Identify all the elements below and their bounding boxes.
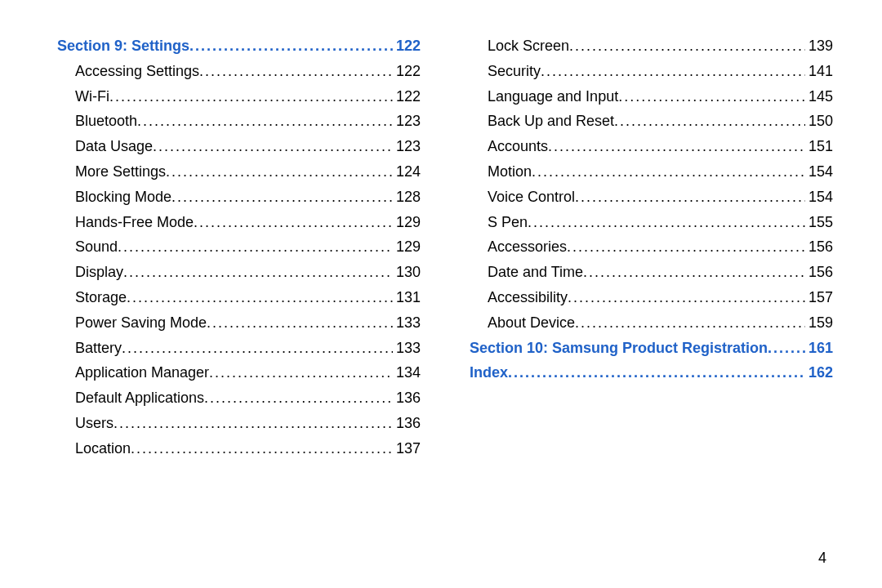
toc-page-number: 122 xyxy=(393,34,421,58)
toc-leader-dots xyxy=(508,361,805,385)
toc-item-row[interactable]: Accessories 156 xyxy=(470,235,833,259)
toc-item-row[interactable]: Voice Control 154 xyxy=(470,185,833,209)
toc-leader-dots xyxy=(568,286,805,310)
toc-item-row[interactable]: Blocking Mode 128 xyxy=(57,185,421,209)
toc-leader-dots xyxy=(114,412,393,435)
toc-item-row[interactable]: S Pen 155 xyxy=(470,211,833,234)
toc-item-row[interactable]: Accounts 151 xyxy=(470,135,833,158)
toc-page-number: 150 xyxy=(805,109,833,133)
toc-label: S Pen xyxy=(488,211,528,234)
toc-leader-dots xyxy=(189,34,393,58)
toc-label: Power Saving Mode xyxy=(75,311,207,335)
toc-label: Users xyxy=(75,412,114,435)
toc-left-column: Section 9: Settings 122Accessing Setting… xyxy=(57,33,421,564)
toc-item-row[interactable]: Accessing Settings 122 xyxy=(57,60,421,83)
toc-label: Location xyxy=(75,437,131,461)
toc-leader-dots xyxy=(131,437,393,461)
page-number: 4 xyxy=(818,550,826,567)
toc-item-row[interactable]: Bluetooth 123 xyxy=(57,109,421,133)
toc-item-row[interactable]: Battery 133 xyxy=(57,336,421,360)
toc-page-number: 162 xyxy=(805,361,833,385)
toc-item-row[interactable]: Date and Time 156 xyxy=(470,261,833,284)
toc-page-number: 136 xyxy=(393,386,421,410)
toc-leader-dots xyxy=(137,109,393,133)
toc-page-number: 141 xyxy=(805,60,833,83)
toc-page-number: 124 xyxy=(393,160,421,184)
toc-page-number: 131 xyxy=(393,286,421,310)
toc-leader-dots xyxy=(123,261,393,284)
toc-item-row[interactable]: Accessibility 157 xyxy=(470,286,833,310)
toc-label: Display xyxy=(75,261,123,284)
toc-label: Hands-Free Mode xyxy=(75,211,194,234)
toc-label: Storage xyxy=(75,286,127,310)
toc-label: Accessibility xyxy=(488,286,568,310)
toc-item-row[interactable]: Hands-Free Mode 129 xyxy=(57,211,421,234)
toc-label: Section 9: Settings xyxy=(57,34,189,58)
toc-label: Security xyxy=(488,60,541,83)
toc-leader-dots xyxy=(166,160,393,184)
toc-label: Wi-Fi xyxy=(75,85,109,109)
toc-label: Bluetooth xyxy=(75,109,137,133)
toc-item-row[interactable]: Location 137 xyxy=(57,437,421,461)
toc-item-row[interactable]: Display 130 xyxy=(57,261,421,284)
toc-section-row[interactable]: Index 162 xyxy=(470,361,833,385)
toc-page-number: 128 xyxy=(393,185,421,209)
toc-page-number: 157 xyxy=(805,286,833,310)
toc-leader-dots xyxy=(127,286,393,310)
toc-item-row[interactable]: Power Saving Mode 133 xyxy=(57,311,421,335)
toc-item-row[interactable]: Sound 129 xyxy=(57,235,421,259)
toc-label: Data Usage xyxy=(75,135,153,158)
toc-leader-dots xyxy=(194,211,393,234)
toc-page-number: 133 xyxy=(393,336,421,360)
toc-item-row[interactable]: Security 141 xyxy=(470,60,833,83)
toc-item-row[interactable]: More Settings 124 xyxy=(57,160,421,184)
toc-label: About Device xyxy=(488,311,575,335)
toc-right-column: Lock Screen 139Security 141Language and … xyxy=(470,33,833,564)
toc-leader-dots xyxy=(583,261,805,284)
toc-page-number: 145 xyxy=(805,85,833,109)
toc-label: Accounts xyxy=(488,135,548,158)
toc-item-row[interactable]: About Device 159 xyxy=(470,311,833,335)
toc-item-row[interactable]: Lock Screen 139 xyxy=(470,34,833,58)
toc-item-row[interactable]: Back Up and Reset 150 xyxy=(470,109,833,133)
toc-label: Lock Screen xyxy=(488,34,569,58)
toc-page-number: 129 xyxy=(393,211,421,234)
toc-leader-dots xyxy=(569,34,805,58)
toc-page-number: 122 xyxy=(393,85,421,109)
toc-section-row[interactable]: Section 9: Settings 122 xyxy=(57,34,421,58)
toc-label: Battery xyxy=(75,336,122,360)
toc-page-number: 122 xyxy=(393,60,421,83)
toc-item-row[interactable]: Language and Input 145 xyxy=(470,85,833,109)
toc-label: Date and Time xyxy=(488,261,583,284)
toc-page-number: 137 xyxy=(393,437,421,461)
toc-item-row[interactable]: Default Applications 136 xyxy=(57,386,421,410)
toc-leader-dots xyxy=(172,185,393,209)
toc-item-row[interactable]: Wi-Fi 122 xyxy=(57,85,421,109)
toc-label: Accessories xyxy=(488,235,567,259)
toc-item-row[interactable]: Storage 131 xyxy=(57,286,421,310)
toc-page-number: 151 xyxy=(805,135,833,158)
toc-page-number: 130 xyxy=(393,261,421,284)
toc-leader-dots xyxy=(528,211,805,234)
toc-label: Default Applications xyxy=(75,386,204,410)
toc-section-row[interactable]: Section 10: Samsung Product Registration… xyxy=(470,336,833,360)
toc-page-number: 139 xyxy=(805,34,833,58)
toc-item-row[interactable]: Motion 154 xyxy=(470,160,833,184)
toc-item-row[interactable]: Data Usage 123 xyxy=(57,135,421,158)
toc-label: More Settings xyxy=(75,160,166,184)
toc-label: Voice Control xyxy=(488,185,575,209)
toc-leader-dots xyxy=(109,85,393,109)
toc-page-number: 133 xyxy=(393,311,421,335)
toc-leader-dots xyxy=(575,185,805,209)
toc-page-number: 159 xyxy=(805,311,833,335)
toc-item-row[interactable]: Users 136 xyxy=(57,412,421,435)
toc-page-number: 154 xyxy=(805,185,833,209)
toc-leader-dots xyxy=(541,60,805,83)
toc-item-row[interactable]: Application Manager 134 xyxy=(57,361,421,385)
toc-leader-dots xyxy=(548,135,805,158)
toc-label: Accessing Settings xyxy=(75,60,199,83)
toc-label: Section 10: Samsung Product Registration xyxy=(470,336,768,360)
toc-page: Section 9: Settings 122Accessing Setting… xyxy=(0,0,882,588)
toc-leader-dots xyxy=(204,386,393,410)
toc-label: Motion xyxy=(488,160,532,184)
